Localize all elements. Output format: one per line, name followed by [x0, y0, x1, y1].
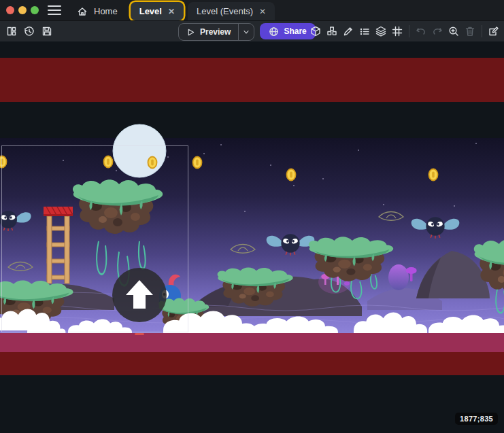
instances-list-icon[interactable]	[356, 23, 373, 39]
panels-layout-icon[interactable]	[3, 23, 20, 39]
undo-icon[interactable]	[413, 23, 429, 39]
tab-label: Home	[94, 6, 118, 16]
coin[interactable]	[0, 156, 7, 168]
zoom-window-button[interactable]	[31, 6, 39, 14]
redo-icon[interactable]	[429, 23, 446, 39]
toolbar: Preview Share	[0, 20, 504, 41]
zoom-in-icon[interactable]	[446, 23, 462, 39]
toolbar-right	[307, 23, 502, 39]
globe-icon	[269, 27, 279, 37]
tab-level-events[interactable]: Level (Events) ✕	[188, 2, 275, 20]
objects-cube-icon[interactable]	[307, 23, 324, 39]
home-icon	[77, 6, 88, 17]
save-icon[interactable]	[39, 23, 55, 39]
tab-bar: Home Level ✕ Level (Events) ✕	[68, 0, 275, 20]
menu-icon[interactable]	[48, 5, 61, 15]
titlebar: Home Level ✕ Level (Events) ✕	[0, 0, 504, 20]
tab-home[interactable]: Home	[68, 2, 127, 20]
chevron-down-icon	[242, 28, 250, 36]
bottom-pink-band	[0, 333, 504, 352]
preview-label: Preview	[200, 27, 231, 37]
toolbar-center: Preview Share	[178, 23, 316, 41]
history-icon[interactable]	[21, 23, 37, 39]
cursor-coordinates-badge: 1877;835	[455, 413, 498, 425]
jump-button-overlay[interactable]	[112, 268, 167, 322]
coin[interactable]	[287, 169, 296, 181]
preview-dropdown-button[interactable]	[239, 24, 254, 40]
object-groups-icon[interactable]	[324, 23, 340, 39]
moon[interactable]	[113, 124, 166, 177]
close-tab-icon[interactable]: ✕	[168, 7, 175, 16]
top-red-band	[0, 58, 504, 102]
tab-level[interactable]: Level ✕	[131, 2, 184, 20]
gdevelop-window: { "titlebar": { "window_controls": ["clo…	[0, 0, 504, 433]
minimize-window-button[interactable]	[18, 6, 27, 14]
toolbar-left	[3, 23, 55, 39]
edit-scene-properties-icon[interactable]	[486, 23, 502, 39]
coin[interactable]	[193, 157, 202, 169]
scene-editor-canvas[interactable]: 1877;835	[0, 41, 504, 433]
edit-pencil-icon[interactable]	[340, 23, 356, 39]
red-dash	[135, 333, 144, 335]
tab-label: Level (Events)	[197, 6, 253, 16]
share-label: Share	[284, 27, 306, 36]
coin[interactable]	[148, 157, 157, 169]
coin[interactable]	[429, 169, 438, 181]
preview-button[interactable]: Preview	[178, 23, 254, 41]
window-controls	[6, 6, 39, 14]
bottom-red-band	[0, 352, 504, 375]
coin[interactable]	[104, 156, 113, 168]
play-icon	[186, 28, 195, 37]
layers-icon[interactable]	[373, 23, 389, 39]
close-window-button[interactable]	[6, 6, 14, 14]
grid-icon[interactable]	[389, 23, 405, 39]
scene-render	[0, 41, 504, 433]
close-tab-icon[interactable]: ✕	[259, 7, 266, 16]
tab-label: Level	[139, 6, 162, 16]
trash-icon[interactable]	[462, 23, 478, 39]
